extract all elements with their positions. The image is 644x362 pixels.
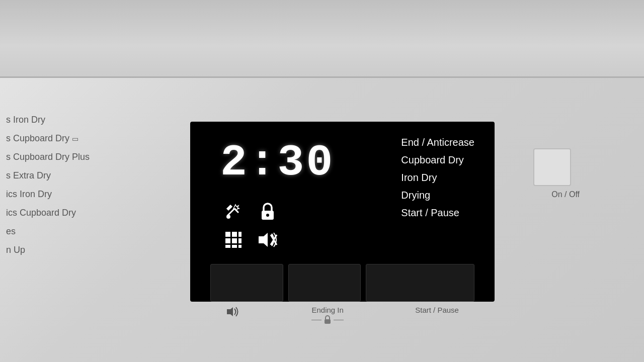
svg-rect-8 xyxy=(238,238,242,243)
lock-indicator xyxy=(311,315,344,324)
sidebar-label-list: s Iron Dry s Cupboard Dry ▭ s Cupboard D… xyxy=(0,111,111,259)
below-display-labels: Ending In Start / Pause xyxy=(190,306,495,324)
svg-marker-15 xyxy=(227,307,233,316)
sidebar-item-cupboard-dry-plus: s Cupboard Dry Plus xyxy=(0,148,111,166)
svg-rect-11 xyxy=(238,245,242,248)
sidebar-item-iron-dry-1: s Iron Dry xyxy=(0,111,111,129)
wrench-settings-icon xyxy=(220,200,247,224)
icons-area xyxy=(220,200,285,252)
sidebar-item-es: es xyxy=(0,222,111,241)
sidebar-item-cupboard-dry-1: s Cupboard Dry ▭ xyxy=(0,129,111,148)
display-label-cupboard-dry: Cupboard Dry xyxy=(401,154,474,166)
clock-display: 2:30 xyxy=(220,141,341,185)
volume-below-label xyxy=(226,306,240,319)
lock-icon xyxy=(255,200,281,224)
svg-rect-4 xyxy=(232,232,237,237)
onoff-button[interactable] xyxy=(533,148,571,186)
sidebar-item-ics-iron-dry: ics Iron Dry xyxy=(0,185,111,204)
svg-rect-6 xyxy=(225,238,230,243)
display-label-drying: Drying xyxy=(401,190,474,201)
display-label-start-pause: Start / Pause xyxy=(401,207,474,219)
start-pause-display-button[interactable] xyxy=(366,264,474,302)
clock-area: 2:30 xyxy=(220,141,341,185)
svg-rect-7 xyxy=(232,238,237,243)
display-screen: 2:30 End / Anticrease Cupboard Dry Iron … xyxy=(190,122,495,302)
grid-icon xyxy=(220,228,247,252)
svg-marker-12 xyxy=(259,233,268,247)
onoff-label: On / Off xyxy=(551,190,580,199)
display-buttons xyxy=(210,264,474,302)
top-ledge xyxy=(0,0,644,78)
ending-in-below-label: Ending In xyxy=(311,306,344,314)
svg-rect-3 xyxy=(225,232,230,237)
sidebar-item-n-up: n Up xyxy=(0,241,111,259)
display-labels: End / Anticrease Cupboard Dry Iron Dry D… xyxy=(401,137,474,219)
display-label-end-anticrease: End / Anticrease xyxy=(401,137,474,148)
volume-display-button[interactable] xyxy=(210,264,283,302)
start-pause-below-label: Start / Pause xyxy=(415,306,459,314)
sidebar-item-ics-cupboard-dry: ics Cupboard Dry xyxy=(0,204,111,222)
sidebar-item-extra-dry: s Extra Dry xyxy=(0,166,111,185)
svg-rect-5 xyxy=(238,232,242,237)
sound-off-icon xyxy=(255,228,281,252)
svg-rect-9 xyxy=(225,245,230,248)
ending-in-display-button[interactable] xyxy=(288,264,361,302)
svg-rect-16 xyxy=(325,319,331,324)
svg-point-2 xyxy=(266,214,269,217)
svg-rect-10 xyxy=(232,245,237,248)
display-label-iron-dry: Iron Dry xyxy=(401,172,474,184)
svg-point-0 xyxy=(226,215,230,219)
